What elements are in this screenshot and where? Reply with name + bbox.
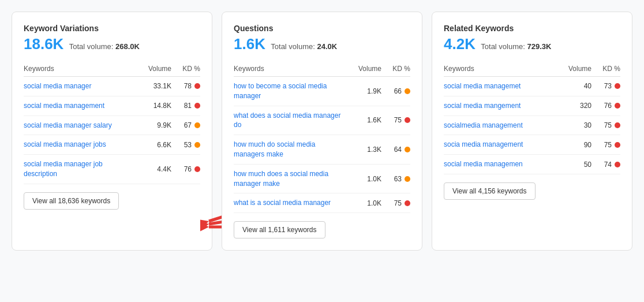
panel-volume-label: Total volume: 268.0K bbox=[67, 42, 140, 51]
keyword-link[interactable]: social media managemet bbox=[444, 82, 521, 90]
panel-related-keywords: Related Keywords4.2K Total volume: 729.3… bbox=[432, 12, 632, 251]
col-header-2: KD % bbox=[171, 65, 200, 73]
view-all-button[interactable]: View all 1,611 keywords bbox=[234, 221, 325, 238]
keyword-link[interactable]: social media managemen bbox=[444, 160, 523, 168]
table-row: social media manager33.1K78 bbox=[24, 77, 200, 96]
kd-dot-red bbox=[615, 142, 620, 148]
col-header-0: Keywords bbox=[444, 65, 557, 73]
kd-cell: 76 bbox=[171, 165, 200, 173]
keyword-cell: what is a social media manager bbox=[234, 198, 347, 208]
keyword-link[interactable]: social media manager jobs bbox=[24, 140, 106, 148]
keyword-link[interactable]: what is a social media manager bbox=[234, 199, 331, 207]
kd-dot-red bbox=[194, 83, 200, 89]
col-header-2: KD % bbox=[591, 65, 620, 73]
table-row: social media managemen5074 bbox=[444, 155, 620, 174]
volume-cell: 320 bbox=[557, 102, 591, 110]
kd-dot-orange bbox=[194, 122, 200, 128]
table-row: what is a social media manager1.0K75 bbox=[234, 193, 410, 213]
volume-cell: 40 bbox=[557, 82, 591, 90]
keyword-cell: social media mangement bbox=[444, 101, 557, 111]
panel-count: 18.6K bbox=[24, 35, 63, 53]
kd-cell: 63 bbox=[381, 175, 410, 183]
volume-cell: 6.6K bbox=[137, 141, 171, 149]
kd-dot-red bbox=[405, 200, 410, 206]
kd-cell: 75 bbox=[381, 116, 410, 124]
keyword-link[interactable]: how much do social media managers make bbox=[234, 140, 315, 158]
volume-cell: 1.0K bbox=[347, 175, 381, 183]
keyword-cell: social media manager job description bbox=[24, 159, 137, 179]
keyword-cell: socialmedia management bbox=[444, 121, 557, 131]
volume-cell: 1.3K bbox=[347, 146, 381, 154]
panel-title: Questions bbox=[234, 24, 410, 33]
keyword-link[interactable]: what does a social media manager do bbox=[234, 111, 340, 129]
panel-count: 1.6K bbox=[234, 35, 265, 53]
panel-volume-value: 24.0K bbox=[317, 42, 338, 51]
kd-cell: 74 bbox=[591, 161, 620, 169]
kd-cell: 76 bbox=[591, 102, 620, 110]
kd-cell: 75 bbox=[381, 199, 410, 207]
table-header: KeywordsVolumeKD % bbox=[444, 61, 620, 77]
volume-cell: 4.4K bbox=[137, 165, 171, 173]
panel-header-row: 4.2K Total volume: 729.3K bbox=[444, 35, 620, 53]
keyword-link[interactable]: socialmedia management bbox=[444, 121, 523, 129]
table-row: socialmedia management3075 bbox=[444, 116, 620, 136]
table-row: social media management14.8K81 bbox=[24, 96, 200, 116]
col-header-1: Volume bbox=[137, 65, 171, 73]
table-row: social media manager jobs6.6K53 bbox=[24, 135, 200, 155]
kd-dot-red bbox=[194, 103, 200, 109]
kd-cell: 67 bbox=[171, 121, 200, 129]
kd-cell: 81 bbox=[171, 102, 200, 110]
volume-cell: 9.9K bbox=[137, 121, 171, 129]
col-header-2: KD % bbox=[381, 65, 410, 73]
table-row: social media managemet4073 bbox=[444, 77, 620, 96]
kd-dot-red bbox=[615, 122, 620, 128]
kd-dot-orange bbox=[405, 176, 410, 182]
table-row: socia media management9075 bbox=[444, 135, 620, 155]
volume-cell: 1.0K bbox=[347, 199, 381, 207]
col-header-0: Keywords bbox=[24, 65, 137, 73]
keyword-cell: what does a social media manager do bbox=[234, 111, 347, 131]
volume-cell: 1.9K bbox=[347, 87, 381, 95]
table-header: KeywordsVolumeKD % bbox=[24, 61, 200, 77]
keyword-link[interactable]: social media manager salary bbox=[24, 121, 112, 129]
view-all-button[interactable]: View all 4,156 keywords bbox=[444, 182, 536, 200]
table-row: how to become a social media manager1.9K… bbox=[234, 77, 410, 106]
keyword-link[interactable]: social media management bbox=[24, 102, 104, 110]
col-header-0: Keywords bbox=[234, 65, 347, 73]
panel-volume-value: 268.0K bbox=[115, 42, 140, 51]
keyword-link[interactable]: how much does a social media manager mak… bbox=[234, 170, 328, 188]
panels-container: Keyword Variations18.6K Total volume: 26… bbox=[12, 12, 632, 251]
kd-dot-orange bbox=[194, 142, 200, 148]
keyword-link[interactable]: social media mangement bbox=[444, 102, 521, 110]
table-header: KeywordsVolumeKD % bbox=[234, 61, 410, 77]
kd-dot-red bbox=[194, 166, 200, 172]
kd-cell: 78 bbox=[171, 82, 200, 90]
kd-cell: 64 bbox=[381, 146, 410, 154]
kd-dot-red bbox=[615, 103, 620, 109]
table-row: social media mangement32076 bbox=[444, 96, 620, 116]
panel-header-row: 1.6K Total volume: 24.0K bbox=[234, 35, 410, 53]
volume-cell: 50 bbox=[557, 161, 591, 169]
keyword-link[interactable]: social media manager bbox=[24, 82, 91, 90]
table-row: how much do social media managers make1.… bbox=[234, 135, 410, 165]
volume-cell: 14.8K bbox=[137, 102, 171, 110]
view-all-button[interactable]: View all 18,636 keywords bbox=[24, 192, 119, 210]
keyword-cell: social media managemet bbox=[444, 81, 557, 91]
keyword-cell: how much do social media managers make bbox=[234, 140, 347, 159]
keyword-link[interactable]: socia media management bbox=[444, 140, 523, 148]
keyword-cell: how to become a social media manager bbox=[234, 81, 347, 101]
table-row: social media manager job description4.4K… bbox=[24, 155, 200, 184]
volume-cell: 30 bbox=[557, 121, 591, 129]
volume-cell: 1.6K bbox=[347, 116, 381, 124]
keyword-link[interactable]: how to become a social media manager bbox=[234, 82, 327, 100]
table-row: social media manager salary9.9K67 bbox=[24, 116, 200, 136]
keyword-cell: socia media management bbox=[444, 140, 557, 150]
panel-count: 4.2K bbox=[444, 35, 475, 53]
kd-cell: 66 bbox=[381, 87, 410, 95]
keyword-cell: social media manager jobs bbox=[24, 140, 137, 150]
keyword-link[interactable]: social media manager job description bbox=[24, 160, 103, 178]
kd-dot-red bbox=[615, 83, 620, 89]
panel-keyword-variations: Keyword Variations18.6K Total volume: 26… bbox=[12, 12, 212, 251]
kd-dot-orange bbox=[405, 147, 410, 152]
col-header-1: Volume bbox=[557, 65, 591, 73]
